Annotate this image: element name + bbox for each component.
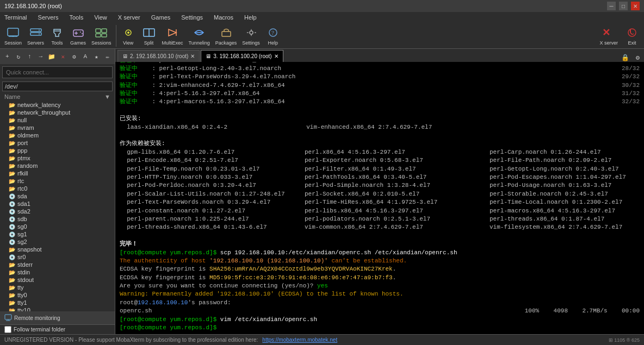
file-item[interactable]: 📂random	[0, 162, 115, 170]
menu-servers[interactable]: Servers	[36, 13, 61, 22]
tab-1-close[interactable]: ✕	[190, 53, 195, 59]
file-item[interactable]: 📂network_latency	[0, 101, 115, 109]
xserver-button[interactable]: ✕ X server	[597, 25, 620, 47]
titlebar: 192.168.100.20 (root) ─ □ ✕	[0, 0, 644, 12]
sidebar-star-btn[interactable]: ★	[91, 51, 102, 62]
menu-help[interactable]: Help	[242, 13, 259, 22]
file-item[interactable]: 📂oldmem	[0, 131, 115, 139]
tab-settings-btn[interactable]: ⚙	[634, 54, 642, 62]
games-button[interactable]: Games	[68, 25, 88, 47]
tab-2-close[interactable]: ✕	[274, 53, 278, 59]
tunneling-icon	[191, 26, 207, 39]
file-item[interactable]: 💿sg0	[0, 223, 115, 230]
session-button[interactable]: Session	[2, 25, 24, 47]
menu-games[interactable]: Games	[149, 13, 172, 22]
sidebar-config-btn[interactable]: ⚙	[69, 51, 79, 62]
terminal-line: ECDSA key fingerprint is MD5:99:5f:cc:e3…	[120, 274, 640, 282]
terminal-line: 验证中 : 2:vim-enhanced-7.4.629-7.el7.x86_6…	[120, 81, 640, 90]
statusbar-url[interactable]: https://mobaxterm.mobatek.net	[262, 337, 337, 343]
file-item[interactable]: 📂rfkill	[0, 170, 115, 177]
xserver-icon: ✕	[601, 26, 616, 39]
search-input[interactable]	[2, 66, 113, 78]
file-item[interactable]: 📂tty1	[0, 299, 115, 306]
sidebar-arrow-btn[interactable]: →	[36, 51, 46, 62]
file-item[interactable]: 📂stdin	[0, 268, 115, 276]
file-list-header: Name ▼	[0, 92, 115, 101]
file-item[interactable]: 📂snapshot	[0, 246, 115, 253]
exit-label: Exit	[628, 40, 636, 46]
toolbar-sep1	[116, 25, 116, 47]
menu-view[interactable]: View	[92, 13, 109, 22]
file-item[interactable]: 💿sg1	[0, 230, 115, 238]
minimize-button[interactable]: ─	[607, 2, 616, 10]
file-item[interactable]: 📂port	[0, 139, 115, 147]
sidebar-refresh-btn[interactable]: ↻	[14, 51, 24, 62]
file-item[interactable]: 📂stdout	[0, 276, 115, 284]
menu-settings[interactable]: Settings	[179, 13, 205, 22]
sidebar-draw-btn[interactable]: ✏	[103, 51, 113, 62]
follow-folder-checkbox[interactable]	[4, 326, 11, 333]
split-button[interactable]: Split	[139, 25, 159, 47]
terminal-line: 验证中 : 4:perl-macros-5.16.3-297.el7.x86_6…	[120, 98, 640, 106]
file-item[interactable]: 💿sr0	[0, 253, 115, 261]
path-input[interactable]	[2, 81, 113, 91]
follow-folder-label[interactable]: Follow terminal folder	[14, 327, 65, 333]
terminal-output[interactable]: 验证中 : perl-Scalar-List-Utils-1.27-248.el…	[115, 62, 644, 334]
file-item[interactable]: 📂ppp	[0, 147, 115, 154]
settings-button[interactable]: Settings	[240, 25, 262, 47]
help-icon: ?	[265, 26, 281, 39]
file-item[interactable]: 💿sda	[0, 192, 115, 200]
sidebar-text-btn[interactable]: A	[81, 51, 91, 62]
file-item[interactable]: 📂rtc0	[0, 185, 115, 192]
menu-terminal[interactable]: Terminal	[2, 13, 29, 22]
file-item[interactable]: 💿sda1	[0, 200, 115, 208]
sidebar-up-btn[interactable]: ↑	[24, 51, 35, 62]
file-item[interactable]: 📂nvram	[0, 124, 115, 131]
svg-point-11	[80, 32, 81, 33]
multiexec-button[interactable]: MultiExec	[160, 25, 185, 47]
view-button[interactable]: View	[119, 25, 138, 47]
games-icon	[71, 26, 86, 39]
packages-button[interactable]: Packages	[213, 25, 239, 47]
sidebar-new-btn[interactable]: +	[2, 51, 13, 62]
tunneling-button[interactable]: Tunneling	[187, 25, 212, 47]
terminal-line: 验证中 : perl-Getopt-Long-2.40-3.el7.noarch…	[120, 65, 640, 73]
terminal-line: perl-File-Temp.noarch 0:0.23.01-3.el7per…	[120, 165, 640, 173]
file-item[interactable]: 💿sda2	[0, 208, 115, 215]
menu-macros[interactable]: Macros	[212, 13, 236, 22]
sidebar-x-btn[interactable]: ✕	[58, 51, 69, 62]
file-item[interactable]: 📂tty10	[0, 306, 115, 311]
servers-button[interactable]: Servers	[25, 25, 46, 47]
tab-lock-btn[interactable]: 🔒	[619, 54, 631, 62]
exit-button[interactable]: Exit	[622, 25, 642, 47]
file-item[interactable]: 📂stderr	[0, 261, 115, 268]
multiexec-icon	[165, 26, 180, 39]
close-button[interactable]: ✕	[631, 2, 640, 10]
svg-rect-14	[102, 29, 107, 33]
sidebar-bottom: Remote monitoring	[0, 311, 115, 324]
tools-button[interactable]: Tools	[47, 25, 67, 47]
file-item[interactable]: 💿sdb	[0, 215, 115, 223]
tab-1[interactable]: 🖥 2. 192.168.100.10 (root) ✕	[117, 50, 200, 62]
statusbar: UNREGISTERED VERSION - Please support Mo…	[0, 334, 644, 345]
file-item[interactable]: 📂ptmx	[0, 154, 115, 162]
remote-monitoring-button[interactable]: Remote monitoring	[4, 314, 60, 322]
menu-tools[interactable]: Tools	[67, 13, 85, 22]
file-item[interactable]: 📂tty0	[0, 291, 115, 299]
file-item[interactable]: 📂rtc	[0, 177, 115, 185]
titlebar-title: 192.168.100.20 (root)	[4, 3, 62, 9]
svg-text:?: ?	[271, 29, 274, 36]
split-label: Split	[144, 40, 154, 46]
sidebar-folder-btn[interactable]: 📁	[47, 51, 57, 62]
menu-xserver[interactable]: X server	[116, 13, 143, 22]
sessions-button[interactable]: Sessions	[89, 25, 114, 47]
terminal-line: ECDSA key fingerprint is SHA256:umRrAn/A…	[120, 265, 640, 273]
file-item[interactable]: 📂tty	[0, 284, 115, 291]
games-label: Games	[70, 40, 86, 46]
maximize-button[interactable]: □	[619, 2, 628, 10]
file-item[interactable]: 📂network_throughput	[0, 109, 115, 116]
help-button[interactable]: ? Help	[263, 25, 283, 47]
tab-2[interactable]: 🖥 3. 192.168.100.20 (root) ✕	[201, 50, 283, 62]
file-item[interactable]: 📂null	[0, 116, 115, 124]
file-item[interactable]: 💿sg2	[0, 238, 115, 246]
